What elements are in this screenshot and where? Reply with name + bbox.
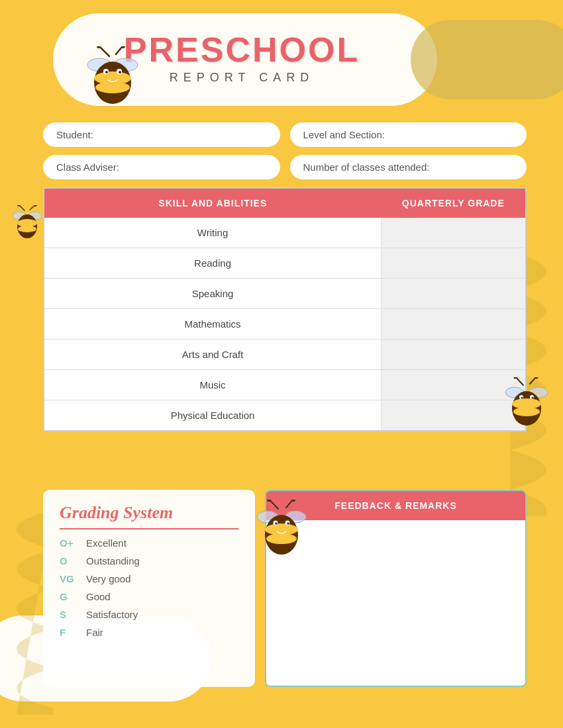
main-content: Student: Level and Section: Class Advise…	[43, 122, 527, 432]
grade-cell[interactable]	[382, 279, 526, 309]
svg-line-2	[116, 46, 123, 54]
table-row: Music	[44, 370, 526, 400]
table-row: Arts and Craft	[44, 340, 526, 370]
svg-line-35	[270, 500, 278, 509]
student-label: Student:	[56, 129, 93, 140]
svg-line-13	[19, 205, 25, 210]
svg-line-0	[99, 46, 109, 56]
grade-code: G	[60, 591, 86, 602]
grade-label: Outstanding	[86, 555, 140, 567]
table-row: Writing	[44, 218, 526, 248]
bee-decoration-top-left	[79, 46, 146, 106]
svg-point-46	[275, 522, 278, 525]
grade-label: Good	[86, 591, 111, 602]
grade-cell[interactable]	[382, 218, 526, 248]
classes-label: Number of classes attended:	[303, 161, 430, 173]
bee-decoration-left-mid	[10, 205, 46, 238]
classes-field[interactable]: Number of classes attended:	[290, 155, 527, 179]
table-col-skills: SKILL AND ABILITIES	[44, 188, 382, 218]
grade-label: Very good	[86, 573, 131, 584]
table-row: Speaking	[44, 279, 526, 309]
svg-point-14	[17, 205, 20, 206]
grade-list: O+ExcellentOOutstandingVGVery goodGGoodS…	[60, 537, 238, 638]
skill-cell: Music	[44, 370, 382, 400]
grade-code: F	[60, 627, 86, 638]
svg-point-47	[287, 522, 289, 525]
table-row: Mathematics	[44, 309, 526, 340]
bee-decoration-right-mid	[500, 377, 553, 427]
level-field[interactable]: Level and Section:	[290, 122, 527, 147]
svg-line-24	[530, 377, 536, 384]
svg-point-43	[266, 533, 297, 544]
grade-label: Fair	[86, 627, 103, 638]
grade-item: O+Excellent	[60, 537, 238, 549]
table-col-grade: QUARTERLY GRADE	[382, 188, 526, 218]
info-row-2: Class Adviser: Number of classes attende…	[43, 155, 527, 179]
svg-point-21	[18, 226, 36, 232]
bee-decoration-bottom-mid	[252, 500, 311, 556]
svg-point-11	[105, 71, 108, 73]
grade-code: VG	[60, 573, 86, 584]
grade-item: VGVery good	[60, 573, 238, 584]
skill-cell: Writing	[44, 218, 382, 248]
grade-item: SSatisfactory	[60, 609, 238, 620]
skill-cell: Mathematics	[44, 309, 382, 340]
svg-point-30	[513, 407, 540, 416]
skill-cell: Physical Education	[44, 400, 382, 432]
grade-cell[interactable]	[382, 248, 526, 279]
grade-cell[interactable]	[382, 340, 526, 370]
svg-line-15	[30, 205, 35, 210]
grading-system: Grading System O+ExcellentOOutstandingVG…	[43, 490, 255, 687]
table-row: Physical Education	[44, 400, 526, 432]
grade-table: SKILL AND ABILITIES QUARTERLY GRADE Writ…	[43, 187, 527, 432]
svg-point-16	[34, 205, 37, 206]
grading-divider	[60, 528, 238, 529]
grade-code: O+	[60, 537, 86, 549]
grade-code: O	[60, 555, 86, 567]
page-subtitle: REPORT CARD	[170, 71, 314, 85]
cloud-top-right	[411, 20, 563, 99]
grade-cell[interactable]	[382, 309, 526, 340]
skill-cell: Arts and Craft	[44, 340, 382, 370]
grade-label: Excellent	[86, 537, 127, 549]
table-row: Reading	[44, 248, 526, 279]
svg-point-12	[119, 71, 121, 73]
svg-point-33	[521, 397, 523, 399]
page-title: PRESCHOOL	[124, 30, 360, 69]
grade-item: FFair	[60, 627, 238, 638]
skill-cell: Speaking	[44, 279, 382, 309]
skill-cell: Reading	[44, 248, 382, 279]
svg-line-22	[516, 377, 523, 385]
grade-label: Satisfactory	[86, 609, 138, 620]
grading-title: Grading System	[60, 503, 238, 523]
grade-item: OOutstanding	[60, 555, 238, 567]
adviser-field[interactable]: Class Adviser:	[43, 155, 280, 179]
student-field[interactable]: Student:	[43, 122, 280, 147]
grade-code: S	[60, 609, 86, 620]
svg-point-34	[532, 397, 534, 399]
page-background: PRESCHOOL REPORT CARD Student: Level and…	[0, 0, 563, 728]
level-label: Level and Section:	[303, 129, 385, 140]
svg-point-8	[95, 81, 130, 93]
adviser-label: Class Adviser:	[56, 161, 119, 173]
svg-line-37	[286, 500, 293, 508]
info-row-1: Student: Level and Section:	[43, 122, 527, 147]
grade-item: GGood	[60, 591, 238, 602]
